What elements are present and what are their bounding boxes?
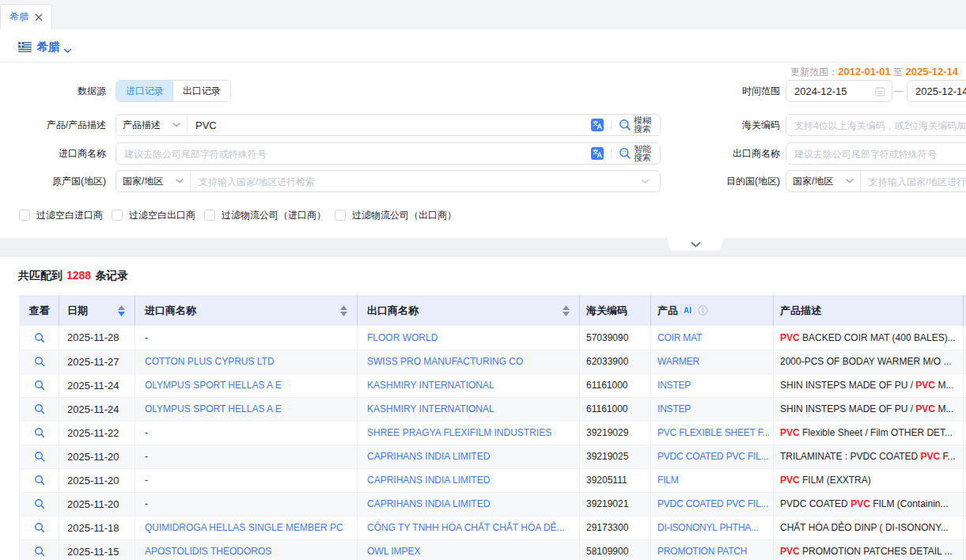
- importer-cell: -: [135, 326, 358, 350]
- info-icon[interactable]: [698, 305, 708, 316]
- importer-link[interactable]: APOSTOLIDIS THEODOROS: [145, 546, 271, 557]
- smart-search-icon[interactable]: [619, 147, 631, 160]
- smart-search-label[interactable]: 智能搜索: [634, 145, 651, 162]
- view-record-button[interactable]: [34, 380, 45, 391]
- hs-code-cell: 61161000: [580, 373, 651, 397]
- exporter-link[interactable]: KASHMIRY INTERNATIONAL: [367, 403, 494, 414]
- product-link[interactable]: PROMOTION PATCH: [657, 546, 747, 557]
- exporter-link[interactable]: SWISS PRO MANUFACTURING CO: [367, 356, 523, 367]
- view-cell: [20, 421, 59, 445]
- exporter-cell: KASHMIRY INTERNATIONAL: [358, 397, 580, 421]
- exporter-link[interactable]: CAPRIHANS INDIA LIMITED: [367, 498, 490, 509]
- magnifier-icon: [34, 380, 45, 391]
- dest-country-input[interactable]: [861, 171, 966, 191]
- translate-icon[interactable]: [591, 119, 604, 131]
- magnifier-icon: [34, 546, 45, 557]
- view-record-button[interactable]: [34, 451, 45, 462]
- column-header-3[interactable]: 出口商名称: [358, 295, 580, 326]
- close-icon[interactable]: [35, 13, 43, 21]
- exporter-input[interactable]: [786, 143, 966, 164]
- checkbox-icon[interactable]: [112, 210, 123, 221]
- exporter-link[interactable]: SHREE PRAGYA FLEXIFILM INDUSTRIES: [367, 427, 551, 438]
- exporter-cell: CAPRIHANS INDIA LIMITED: [358, 468, 580, 492]
- column-header-6: 产品描述: [774, 295, 964, 326]
- date-end-picker[interactable]: [907, 80, 966, 102]
- fuzzy-search-icon[interactable]: [619, 119, 631, 131]
- fuzzy-search-label[interactable]: 模糊搜索: [634, 116, 651, 134]
- importer-label: 进口商名称: [19, 142, 106, 165]
- exporter-link[interactable]: CAPRIHANS INDIA LIMITED: [367, 475, 490, 486]
- view-cell: [20, 492, 59, 516]
- tab-greece[interactable]: 希腊: [0, 4, 52, 29]
- column-header-1[interactable]: 日期: [59, 295, 135, 326]
- greece-flag-icon: [18, 41, 32, 51]
- product-link[interactable]: DI-ISONONYL PHTHA...: [657, 522, 759, 533]
- product-field-select[interactable]: 产品描述: [116, 115, 188, 135]
- importer-link[interactable]: OLYMPUS SPORT HELLAS A E: [145, 403, 282, 414]
- product-link[interactable]: PVDC COATED PVC FIL...: [657, 498, 768, 509]
- exporter-link[interactable]: CÔNG TY TNHH HÓA CHẤT CHẤT HÓA DẺ...: [367, 522, 565, 533]
- view-cell: [20, 539, 59, 560]
- exporter-link[interactable]: FLOOR WORLD: [367, 332, 438, 343]
- exporter-link[interactable]: OWL IMPEX: [367, 546, 421, 557]
- filter-checkbox-1[interactable]: 过滤空白出口商: [112, 210, 195, 221]
- product-link[interactable]: PVDC COATED PVC FIL...: [657, 451, 768, 462]
- product-link[interactable]: COIR MAT: [657, 332, 702, 343]
- view-record-button[interactable]: [34, 475, 45, 486]
- page-header: 希腊: [0, 29, 966, 62]
- product-link[interactable]: FILM: [657, 475, 679, 486]
- importer-input[interactable]: [116, 143, 591, 164]
- sorter-icon[interactable]: [340, 305, 347, 316]
- column-header-0: 查看: [20, 295, 59, 326]
- view-record-button[interactable]: [34, 427, 45, 438]
- checkbox-icon[interactable]: [335, 210, 346, 221]
- table-row: 2025-11-22-SHREE PRAGYA FLEXIFILM INDUST…: [20, 421, 966, 445]
- filter-checkbox-3[interactable]: 过滤物流公司（出口商）: [335, 210, 456, 221]
- sorter-icon[interactable]: [563, 305, 570, 316]
- exporter-link[interactable]: CAPRIHANS INDIA LIMITED: [367, 451, 490, 462]
- sorter-icon[interactable]: [118, 305, 125, 316]
- sort-caret-up-icon: [118, 305, 125, 310]
- checkbox-icon[interactable]: [204, 210, 215, 221]
- filter-checkbox-0[interactable]: 过滤空白进口商: [19, 210, 103, 221]
- filter-checkbox-2[interactable]: 过滤物流公司（进口商）: [204, 210, 326, 221]
- chevron-down-icon[interactable]: [63, 43, 72, 57]
- origin-country-input[interactable]: [191, 171, 641, 191]
- tab-import-records[interactable]: 进口记录: [116, 81, 173, 101]
- exporter-link[interactable]: KASHMIRY INTERNATIONAL: [367, 380, 494, 391]
- dest-country-select[interactable]: 国家/地区: [786, 171, 861, 191]
- product-link[interactable]: WARMER: [657, 356, 699, 367]
- importer-link[interactable]: COTTON PLUS CYPRUS LTD: [145, 356, 275, 367]
- view-record-button[interactable]: [34, 403, 45, 414]
- product-link[interactable]: INSTEP: [657, 380, 691, 391]
- date-start-input[interactable]: [786, 81, 875, 101]
- product-input[interactable]: [188, 115, 591, 135]
- product-link[interactable]: INSTEP: [657, 403, 691, 414]
- view-record-button[interactable]: [34, 522, 45, 533]
- view-record-button[interactable]: [34, 356, 45, 367]
- hs-code-cell: 39219029: [580, 421, 651, 445]
- ai-badge: AI: [680, 305, 695, 316]
- importer-link[interactable]: QUIMIDROGA HELLAS SINGLE MEMBER PC: [145, 522, 343, 533]
- date-start-picker[interactable]: [786, 80, 892, 102]
- view-record-button[interactable]: [34, 546, 45, 557]
- product-cell: DI-ISONONYL PHTHA...: [651, 516, 774, 539]
- date-end-input[interactable]: [907, 81, 966, 101]
- magnifier-icon: [34, 403, 45, 414]
- checkbox-icon[interactable]: [19, 210, 30, 221]
- tab-export-records[interactable]: 出口记录: [173, 81, 230, 101]
- importer-link[interactable]: OLYMPUS SPORT HELLAS A E: [145, 380, 282, 391]
- sort-caret-down-icon: [118, 312, 125, 316]
- exporter-cell: SWISS PRO MANUFACTURING CO: [358, 350, 580, 373]
- column-header-label: 产品: [657, 305, 678, 316]
- origin-country-select[interactable]: 国家/地区: [116, 171, 191, 191]
- view-record-button[interactable]: [34, 332, 45, 343]
- exporter-cell: CÔNG TY TNHH HÓA CHẤT CHẤT HÓA DẺ...: [358, 516, 580, 539]
- collapse-form-button[interactable]: [667, 238, 724, 251]
- chevron-down-icon: [641, 179, 658, 184]
- view-record-button[interactable]: [34, 498, 45, 509]
- translate-icon[interactable]: [591, 147, 604, 160]
- hs-code-input[interactable]: [786, 115, 966, 135]
- column-header-2[interactable]: 进口商名称: [135, 295, 358, 326]
- product-link[interactable]: PVC FLEXIBLE SHEET F...: [657, 427, 770, 438]
